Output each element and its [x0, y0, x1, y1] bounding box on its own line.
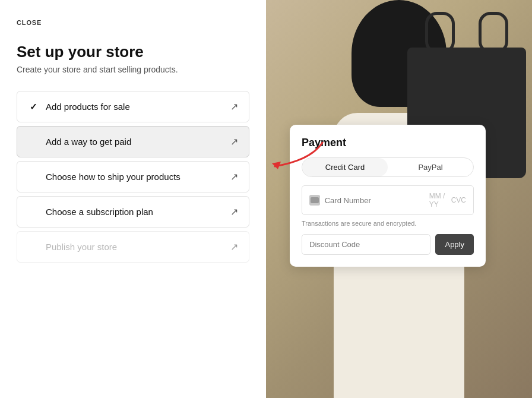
- step-item-shipping[interactable]: Choose how to ship your products ↗: [17, 161, 249, 192]
- step-label: Add a way to get paid: [46, 137, 131, 147]
- step-check-icon: [28, 172, 39, 182]
- left-panel: CLOSE Set up your store Create your stor…: [0, 0, 266, 398]
- step-left: Choose a subscription plan: [28, 207, 153, 217]
- step-arrow-icon: ↗: [230, 136, 238, 147]
- step-check-icon: ✓: [28, 102, 39, 112]
- step-check-icon: [28, 207, 39, 217]
- discount-row: Apply: [302, 234, 474, 255]
- card-cvc: CVC: [451, 196, 466, 204]
- step-arrow-icon: ↗: [230, 101, 238, 112]
- step-item-add-payment[interactable]: Add a way to get paid ↗: [17, 126, 249, 157]
- card-icon-inner: [311, 197, 319, 203]
- right-panel: Payment Credit Card PayPal MM / YY CVC T…: [266, 0, 532, 398]
- step-left: Choose how to ship your products: [28, 172, 180, 182]
- step-check-icon: [28, 137, 39, 147]
- step-item-subscription[interactable]: Choose a subscription plan ↗: [17, 196, 249, 228]
- discount-code-input[interactable]: [302, 234, 430, 255]
- tab-paypal[interactable]: PayPal: [388, 158, 473, 176]
- close-button[interactable]: CLOSE: [17, 19, 42, 26]
- card-icon: [309, 195, 320, 206]
- step-item-add-products[interactable]: ✓ Add products for sale ↗: [17, 91, 249, 122]
- step-label: Choose a subscription plan: [46, 207, 153, 217]
- step-check-icon: [28, 242, 39, 252]
- steps-list: ✓ Add products for sale ↗ Add a way to g…: [17, 91, 249, 263]
- page-subtitle: Create your store and start selling prod…: [17, 65, 249, 74]
- apply-button[interactable]: Apply: [435, 234, 474, 255]
- page-title: Set up your store: [17, 43, 249, 61]
- step-left: Add a way to get paid: [28, 137, 131, 147]
- step-left: Publish your store: [28, 242, 117, 252]
- step-label: Add products for sale: [46, 102, 130, 112]
- payment-tabs: Credit Card PayPal: [302, 157, 474, 177]
- step-left: ✓ Add products for sale: [28, 102, 130, 112]
- payment-title: Payment: [302, 137, 474, 149]
- secure-text: Transactions are secure and encrypted.: [302, 220, 474, 227]
- card-number-input[interactable]: [325, 196, 425, 205]
- step-arrow-icon: ↗: [230, 241, 238, 252]
- step-arrow-icon: ↗: [230, 206, 238, 217]
- payment-card: Payment Credit Card PayPal MM / YY CVC T…: [290, 125, 486, 267]
- step-arrow-icon: ↗: [230, 171, 238, 182]
- card-number-row: MM / YY CVC: [302, 185, 474, 215]
- step-label: Choose how to ship your products: [46, 172, 180, 182]
- step-item-publish[interactable]: Publish your store ↗: [17, 231, 249, 263]
- card-mmyy: MM / YY: [429, 192, 446, 209]
- tab-credit-card[interactable]: Credit Card: [302, 158, 388, 176]
- step-label: Publish your store: [46, 242, 117, 252]
